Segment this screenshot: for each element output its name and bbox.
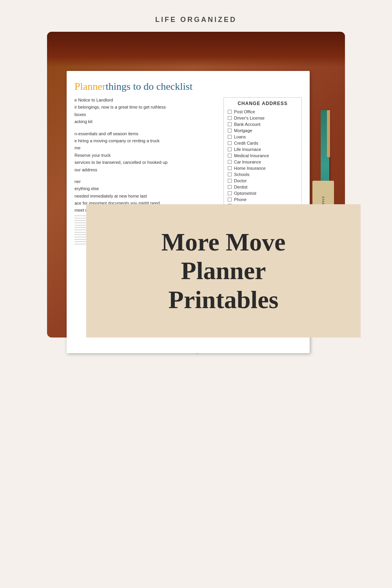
checkbox-icon: [228, 116, 232, 120]
title-part2: things to do checklist: [105, 81, 192, 92]
checklist-label: Life Insurnace: [234, 147, 261, 152]
promo-title: More Move Planner Printables: [162, 228, 286, 314]
list-item: e Notice to Landlord: [74, 97, 220, 103]
checkbox-icon: [228, 129, 232, 132]
checklist-label: Medical Insurance: [234, 153, 269, 158]
promo-line3: Printables: [169, 286, 279, 314]
checklist-label: Bank Account: [234, 122, 260, 127]
checkbox-icon: [228, 110, 232, 114]
checklist-car-insurance: Car Insurance: [228, 160, 298, 164]
checkbox-icon: [228, 191, 232, 195]
site-header: LIFE ORGANIZED: [0, 0, 392, 32]
list-item: n-essentials and off season items: [74, 131, 220, 137]
checklist-bank-account: Bank Account: [228, 122, 298, 127]
checklist-label: Mortgage: [234, 128, 252, 133]
list-item: ner: [74, 179, 220, 185]
checklist-label: Driver's License: [234, 116, 265, 120]
list-item: services to be transered, cancelled or h…: [74, 160, 220, 165]
checkbox-icon: [228, 122, 232, 126]
pen-clip: [327, 110, 330, 157]
checklist-life-insurance: Life Insurnace: [228, 147, 298, 152]
checklist-loans: Loans: [228, 134, 298, 139]
paper-title: Plannerthings to do checklist: [74, 81, 302, 93]
checklist-label: Schools: [234, 172, 249, 177]
list-item: e hiring a moving company or renting a t…: [74, 138, 220, 144]
checkbox-icon: [228, 135, 232, 139]
checklist-dentist: Dentist: [228, 185, 298, 189]
checkbox-icon: [228, 147, 232, 151]
checklist-label: Phone: [234, 197, 247, 202]
checklist-medical-insurance: Medical Insurance: [228, 153, 298, 158]
checkbox-icon: [228, 141, 232, 145]
list-item: our address: [74, 167, 220, 173]
checklist-schools: Schools: [228, 172, 298, 177]
checklist-label: Loans: [234, 134, 246, 139]
promo-box[interactable]: More Move Planner Printables: [86, 204, 361, 338]
checkbox-icon: [228, 172, 232, 176]
checklist-drivers-license: Driver's License: [228, 116, 298, 120]
checklist-label: Credit Cards: [234, 141, 258, 145]
checklist-label: Post Office: [234, 109, 255, 114]
checkbox-icon: [228, 185, 232, 189]
header-title: LIFE ORGANIZED: [155, 16, 237, 24]
checklist-phone: Phone: [228, 197, 298, 202]
checkbox-icon: [228, 179, 232, 183]
checklist-post-office: Post Office: [228, 109, 298, 114]
checklist-home-insurance: Home Insurance: [228, 166, 298, 171]
checklist-label: Optometrist: [234, 191, 256, 196]
checklist-label: Car Insurance: [234, 160, 261, 164]
checklist-label: Doctor: [234, 178, 247, 183]
list-item: ir belongings, now is a great time to ge…: [74, 104, 220, 110]
checkbox-icon: [228, 160, 232, 164]
checkbox-icon: [228, 198, 232, 201]
promo-line1: More Move: [162, 228, 286, 256]
checklist-optometrist: Optometrist: [228, 191, 298, 196]
list-item: erything else: [74, 186, 220, 192]
list-item: needed immediately at new home last: [74, 193, 220, 199]
checklist-credit-cards: Credit Cards: [228, 141, 298, 145]
checklist-mortgage: Mortgage: [228, 128, 298, 133]
checklist-label: Home Insurance: [234, 166, 266, 171]
checkbox-icon: [228, 154, 232, 158]
binder-area: Plannerthings to do checklist e Notice t…: [47, 32, 345, 338]
checklist-label: Dentist: [234, 185, 247, 189]
list-item: acking kit: [74, 119, 220, 125]
list-item: me: [74, 145, 220, 151]
list-item: Reserve your truck: [74, 152, 220, 158]
list-item: boxes: [74, 112, 220, 118]
promo-line2: Planner: [181, 257, 266, 285]
title-part1: Planner: [74, 81, 105, 92]
checkbox-icon: [228, 166, 232, 170]
checklist-doctor: Doctor: [228, 178, 298, 183]
change-address-title: CHANGE ADDRESS: [228, 101, 298, 106]
binder-top-strip: [47, 32, 345, 67]
